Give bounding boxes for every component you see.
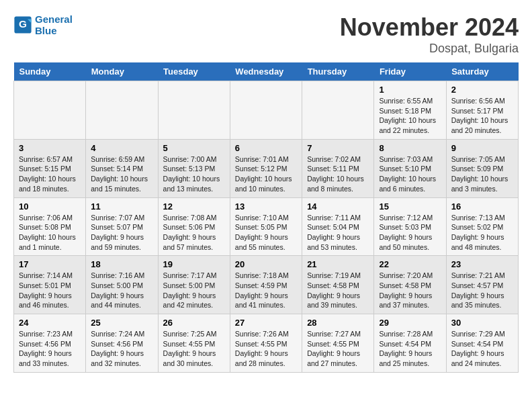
weekday-header-saturday: Saturday xyxy=(446,62,518,81)
calendar-cell: 24Sunrise: 7:23 AM Sunset: 4:56 PM Dayli… xyxy=(14,314,86,373)
day-number: 12 xyxy=(163,201,225,212)
calendar-cell: 30Sunrise: 7:29 AM Sunset: 4:54 PM Dayli… xyxy=(446,314,518,373)
weekday-header-tuesday: Tuesday xyxy=(158,62,230,81)
day-number: 18 xyxy=(91,259,152,269)
day-info: Sunrise: 7:06 AM Sunset: 5:08 PM Dayligh… xyxy=(19,213,81,253)
logo-icon: G xyxy=(13,15,32,34)
day-info: Sunrise: 6:55 AM Sunset: 5:18 PM Dayligh… xyxy=(379,96,441,136)
day-number: 13 xyxy=(235,201,297,212)
day-info: Sunrise: 7:10 AM Sunset: 5:05 PM Dayligh… xyxy=(235,213,297,253)
logo-text: General Blue xyxy=(35,13,73,36)
calendar-week-row: 3Sunrise: 6:57 AM Sunset: 5:15 PM Daylig… xyxy=(14,139,519,197)
calendar-cell: 10Sunrise: 7:06 AM Sunset: 5:08 PM Dayli… xyxy=(14,197,86,256)
calendar-cell: 1Sunrise: 6:55 AM Sunset: 5:18 PM Daylig… xyxy=(374,81,446,140)
page-header: G General Blue November 2024 Dospat, Bul… xyxy=(13,13,519,56)
logo: G General Blue xyxy=(13,13,73,36)
day-number: 19 xyxy=(163,259,225,269)
day-info: Sunrise: 6:57 AM Sunset: 5:15 PM Dayligh… xyxy=(19,154,81,194)
calendar-cell: 3Sunrise: 6:57 AM Sunset: 5:15 PM Daylig… xyxy=(14,139,86,197)
calendar-cell: 11Sunrise: 7:07 AM Sunset: 5:07 PM Dayli… xyxy=(86,197,158,256)
day-number: 26 xyxy=(163,318,225,328)
calendar-cell: 14Sunrise: 7:11 AM Sunset: 5:04 PM Dayli… xyxy=(302,197,374,256)
location-title: Dospat, Bulgaria xyxy=(340,42,519,56)
calendar-cell: 8Sunrise: 7:03 AM Sunset: 5:10 PM Daylig… xyxy=(374,139,446,197)
calendar-cell: 25Sunrise: 7:24 AM Sunset: 4:56 PM Dayli… xyxy=(86,314,158,373)
day-info: Sunrise: 7:12 AM Sunset: 5:03 PM Dayligh… xyxy=(379,213,441,253)
day-info: Sunrise: 7:01 AM Sunset: 5:12 PM Dayligh… xyxy=(235,154,297,194)
day-number: 10 xyxy=(19,201,81,212)
day-info: Sunrise: 7:17 AM Sunset: 5:00 PM Dayligh… xyxy=(163,271,225,310)
day-info: Sunrise: 7:14 AM Sunset: 5:01 PM Dayligh… xyxy=(19,271,81,310)
calendar-cell: 22Sunrise: 7:20 AM Sunset: 4:58 PM Dayli… xyxy=(374,256,446,314)
day-info: Sunrise: 7:13 AM Sunset: 5:02 PM Dayligh… xyxy=(451,213,513,253)
calendar-cell: 4Sunrise: 6:59 AM Sunset: 5:14 PM Daylig… xyxy=(86,139,158,197)
day-info: Sunrise: 7:00 AM Sunset: 5:13 PM Dayligh… xyxy=(163,154,225,194)
day-info: Sunrise: 7:05 AM Sunset: 5:09 PM Dayligh… xyxy=(451,154,513,194)
day-info: Sunrise: 7:02 AM Sunset: 5:11 PM Dayligh… xyxy=(307,154,369,194)
day-info: Sunrise: 6:59 AM Sunset: 5:14 PM Dayligh… xyxy=(91,154,152,194)
day-number: 25 xyxy=(91,318,152,328)
calendar-cell: 29Sunrise: 7:28 AM Sunset: 4:54 PM Dayli… xyxy=(374,314,446,373)
day-info: Sunrise: 7:03 AM Sunset: 5:10 PM Dayligh… xyxy=(379,154,441,194)
calendar-cell: 18Sunrise: 7:16 AM Sunset: 5:00 PM Dayli… xyxy=(86,256,158,314)
calendar-cell xyxy=(230,81,302,140)
calendar-header-row: SundayMondayTuesdayWednesdayThursdayFrid… xyxy=(14,62,519,81)
weekday-header-friday: Friday xyxy=(374,62,446,81)
calendar-cell: 28Sunrise: 7:27 AM Sunset: 4:55 PM Dayli… xyxy=(302,314,374,373)
calendar-cell: 20Sunrise: 7:18 AM Sunset: 4:59 PM Dayli… xyxy=(230,256,302,314)
weekday-header-monday: Monday xyxy=(86,62,158,81)
calendar-week-row: 1Sunrise: 6:55 AM Sunset: 5:18 PM Daylig… xyxy=(14,81,519,140)
calendar-cell xyxy=(302,81,374,140)
calendar-cell: 17Sunrise: 7:14 AM Sunset: 5:01 PM Dayli… xyxy=(14,256,86,314)
day-number: 4 xyxy=(91,143,152,153)
day-info: Sunrise: 7:25 AM Sunset: 4:55 PM Dayligh… xyxy=(163,329,225,369)
calendar-cell: 15Sunrise: 7:12 AM Sunset: 5:03 PM Dayli… xyxy=(374,197,446,256)
weekday-header-thursday: Thursday xyxy=(302,62,374,81)
day-number: 1 xyxy=(379,85,441,95)
day-number: 23 xyxy=(451,259,513,269)
day-number: 20 xyxy=(235,259,297,269)
day-number: 24 xyxy=(19,318,81,328)
day-number: 11 xyxy=(91,201,152,212)
calendar-cell xyxy=(86,81,158,140)
day-info: Sunrise: 7:26 AM Sunset: 4:55 PM Dayligh… xyxy=(235,329,297,369)
day-info: Sunrise: 7:27 AM Sunset: 4:55 PM Dayligh… xyxy=(307,329,369,369)
calendar-cell: 13Sunrise: 7:10 AM Sunset: 5:05 PM Dayli… xyxy=(230,197,302,256)
day-info: Sunrise: 7:07 AM Sunset: 5:07 PM Dayligh… xyxy=(91,213,152,253)
calendar-cell: 5Sunrise: 7:00 AM Sunset: 5:13 PM Daylig… xyxy=(158,139,230,197)
month-title: November 2024 xyxy=(340,13,519,42)
calendar-cell: 21Sunrise: 7:19 AM Sunset: 4:58 PM Dayli… xyxy=(302,256,374,314)
day-number: 28 xyxy=(307,318,369,328)
day-info: Sunrise: 7:08 AM Sunset: 5:06 PM Dayligh… xyxy=(163,213,225,253)
day-info: Sunrise: 7:24 AM Sunset: 4:56 PM Dayligh… xyxy=(91,329,152,369)
day-info: Sunrise: 7:23 AM Sunset: 4:56 PM Dayligh… xyxy=(19,329,81,369)
title-section: November 2024 Dospat, Bulgaria xyxy=(340,13,519,56)
day-info: Sunrise: 7:19 AM Sunset: 4:58 PM Dayligh… xyxy=(307,271,369,310)
calendar-week-row: 17Sunrise: 7:14 AM Sunset: 5:01 PM Dayli… xyxy=(14,256,519,314)
calendar-cell: 6Sunrise: 7:01 AM Sunset: 5:12 PM Daylig… xyxy=(230,139,302,197)
day-number: 17 xyxy=(19,259,81,269)
calendar-cell: 19Sunrise: 7:17 AM Sunset: 5:00 PM Dayli… xyxy=(158,256,230,314)
calendar-cell: 16Sunrise: 7:13 AM Sunset: 5:02 PM Dayli… xyxy=(446,197,518,256)
day-number: 3 xyxy=(19,143,81,153)
calendar-cell: 12Sunrise: 7:08 AM Sunset: 5:06 PM Dayli… xyxy=(158,197,230,256)
calendar-cell: 23Sunrise: 7:21 AM Sunset: 4:57 PM Dayli… xyxy=(446,256,518,314)
day-info: Sunrise: 7:21 AM Sunset: 4:57 PM Dayligh… xyxy=(451,271,513,310)
day-number: 14 xyxy=(307,201,369,212)
calendar-cell: 9Sunrise: 7:05 AM Sunset: 5:09 PM Daylig… xyxy=(446,139,518,197)
weekday-header-sunday: Sunday xyxy=(14,62,86,81)
weekday-header-wednesday: Wednesday xyxy=(230,62,302,81)
svg-text:G: G xyxy=(19,18,27,30)
calendar-cell: 26Sunrise: 7:25 AM Sunset: 4:55 PM Dayli… xyxy=(158,314,230,373)
calendar-cell: 7Sunrise: 7:02 AM Sunset: 5:11 PM Daylig… xyxy=(302,139,374,197)
day-info: Sunrise: 7:16 AM Sunset: 5:00 PM Dayligh… xyxy=(91,271,152,310)
day-info: Sunrise: 6:56 AM Sunset: 5:17 PM Dayligh… xyxy=(451,96,513,136)
calendar-cell: 2Sunrise: 6:56 AM Sunset: 5:17 PM Daylig… xyxy=(446,81,518,140)
day-number: 22 xyxy=(379,259,441,269)
day-info: Sunrise: 7:29 AM Sunset: 4:54 PM Dayligh… xyxy=(451,329,513,369)
day-number: 9 xyxy=(451,143,513,153)
day-number: 8 xyxy=(379,143,441,153)
calendar-cell xyxy=(158,81,230,140)
day-number: 2 xyxy=(451,85,513,95)
calendar-week-row: 10Sunrise: 7:06 AM Sunset: 5:08 PM Dayli… xyxy=(14,197,519,256)
